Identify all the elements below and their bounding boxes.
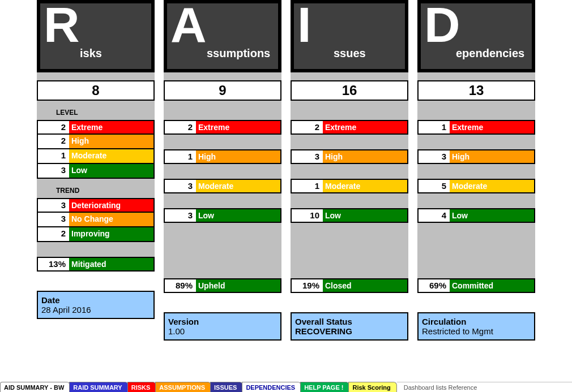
- pct-label: Committed: [450, 279, 534, 292]
- level-label: Low: [323, 209, 407, 222]
- info-heading: Circulation: [422, 317, 531, 326]
- info-box: Date28 April 2016: [37, 291, 155, 319]
- trend-label: Deteriorating: [69, 199, 153, 212]
- level-count: 2: [292, 121, 323, 133]
- level-row: 1High: [164, 149, 281, 164]
- column-dependencies: Dependencies131Extreme3High5Moderate4Low…: [417, 0, 535, 365]
- risks-count: 8: [37, 80, 155, 101]
- level-label: Moderate: [196, 180, 280, 192]
- pct-value: 13%: [38, 258, 69, 270]
- trend-row: 3No Change: [37, 213, 155, 227]
- level-label: Low: [196, 209, 280, 222]
- level-label: Extreme: [69, 121, 153, 133]
- level-label: High: [69, 135, 153, 148]
- info-value: RECOVERING: [295, 326, 404, 336]
- sheet-tab[interactable]: Risk Scoring: [348, 382, 396, 392]
- level-count: 10: [292, 209, 323, 222]
- sheet-tab[interactable]: RAID SUMMARY: [69, 382, 128, 392]
- level-label: Extreme: [196, 121, 280, 133]
- level-row: 10Low: [291, 208, 408, 223]
- sheet-tab[interactable]: AID SUMMARY - BW: [0, 382, 70, 392]
- info-value: 28 April 2016: [41, 305, 150, 315]
- level-count: 2: [165, 121, 196, 133]
- risks-big-letter: R: [44, 3, 80, 50]
- trend-row: 3Deteriorating: [37, 198, 155, 213]
- level-label: High: [323, 150, 407, 163]
- info-box: CirculationRestricted to Mgmt: [417, 312, 535, 341]
- trend-label: No Change: [69, 213, 153, 226]
- level-row: 3High: [417, 149, 535, 164]
- info-heading: Version: [168, 317, 277, 326]
- sheet-tab[interactable]: HELP PAGE !: [300, 382, 349, 392]
- dependencies-pct-row: 69%Committed: [417, 278, 535, 293]
- pct-label: Mitigated: [69, 258, 153, 270]
- issues-big-letter: I: [297, 3, 311, 50]
- level-label: Moderate: [323, 180, 407, 192]
- trend-header: TREND: [37, 179, 155, 198]
- level-row: 3Low: [164, 208, 281, 223]
- column-risks: Risks8LEVEL2Extreme2High1Moderate3LowTRE…: [37, 0, 155, 365]
- level-label: High: [196, 150, 280, 163]
- level-row: 2High: [37, 135, 155, 149]
- risks-header: Risks: [37, 0, 155, 72]
- pct-value: 69%: [419, 279, 450, 292]
- raid-dashboard: Risks8LEVEL2Extreme2High1Moderate3LowTRE…: [0, 0, 572, 365]
- dependencies-big-letter: D: [424, 3, 460, 50]
- level-label: Low: [69, 164, 153, 178]
- level-count: 3: [38, 164, 69, 178]
- dependencies-header: Dependencies: [417, 0, 535, 72]
- info-heading: Overall Status: [295, 317, 404, 326]
- level-row: 1Moderate: [291, 179, 408, 193]
- trend-label: Improving: [69, 227, 153, 241]
- issues-header: Issues: [291, 0, 408, 72]
- info-box: Version1.00: [164, 312, 281, 341]
- info-heading: Date: [41, 295, 150, 305]
- tab-overflow-text: Dashboard lists Reference: [397, 382, 572, 392]
- risks-rest-label: isks: [80, 47, 102, 60]
- level-count: 2: [38, 121, 69, 133]
- sheet-tab[interactable]: DEPENDENCIES: [242, 382, 301, 392]
- sheet-tab[interactable]: ASSUMPTIONS: [155, 382, 211, 392]
- level-row: 3Moderate: [164, 179, 281, 193]
- sheet-tabs: AID SUMMARY - BWRAID SUMMARYRISKSASSUMPT…: [0, 380, 572, 392]
- dependencies-count: 13: [417, 80, 535, 101]
- issues-pct-row: 19%Closed: [291, 278, 408, 293]
- level-header: LEVEL: [37, 101, 155, 120]
- sheet-tab[interactable]: RISKS: [127, 382, 157, 392]
- assumptions-count: 9: [164, 80, 281, 101]
- assumptions-big-letter: A: [170, 3, 207, 50]
- level-count: 5: [419, 180, 450, 192]
- level-label: Moderate: [450, 180, 534, 192]
- sheet-tab[interactable]: ISSUES: [210, 382, 243, 392]
- level-row: 2Extreme: [37, 120, 155, 135]
- info-value: Restricted to Mgmt: [422, 326, 531, 336]
- assumptions-header: Assumptions: [164, 0, 281, 72]
- pct-value: 89%: [165, 279, 196, 292]
- assumptions-pct-row: 89%Upheld: [164, 278, 281, 293]
- level-count: 4: [419, 209, 450, 222]
- level-row: 4Low: [417, 208, 535, 223]
- level-label: High: [450, 150, 534, 163]
- pct-value: 19%: [292, 279, 323, 292]
- level-row: 3Low: [37, 164, 155, 179]
- column-issues: Issues162Extreme3High1Moderate10Low19%Cl…: [291, 0, 408, 365]
- pct-label: Upheld: [196, 279, 280, 292]
- info-box: Overall StatusRECOVERING: [291, 312, 408, 341]
- dependencies-rest-label: ependencies: [456, 47, 524, 60]
- assumptions-rest-label: ssumptions: [207, 47, 270, 60]
- level-row: 1Moderate: [37, 149, 155, 164]
- issues-rest-label: ssues: [334, 47, 366, 60]
- column-assumptions: Assumptions92Extreme1High3Moderate3Low89…: [164, 0, 281, 365]
- trend-row: 2Improving: [37, 227, 155, 242]
- level-count: 3: [165, 180, 196, 192]
- level-label: Low: [450, 209, 534, 222]
- level-count: 1: [38, 149, 69, 163]
- level-label: Extreme: [323, 121, 407, 133]
- risks-pct-row: 13%Mitigated: [37, 257, 155, 272]
- level-count: 1: [165, 150, 196, 163]
- level-row: 2Extreme: [164, 120, 281, 135]
- level-label: Moderate: [69, 149, 153, 163]
- trend-count: 3: [38, 199, 69, 212]
- level-count: 2: [38, 135, 69, 148]
- level-count: 3: [419, 150, 450, 163]
